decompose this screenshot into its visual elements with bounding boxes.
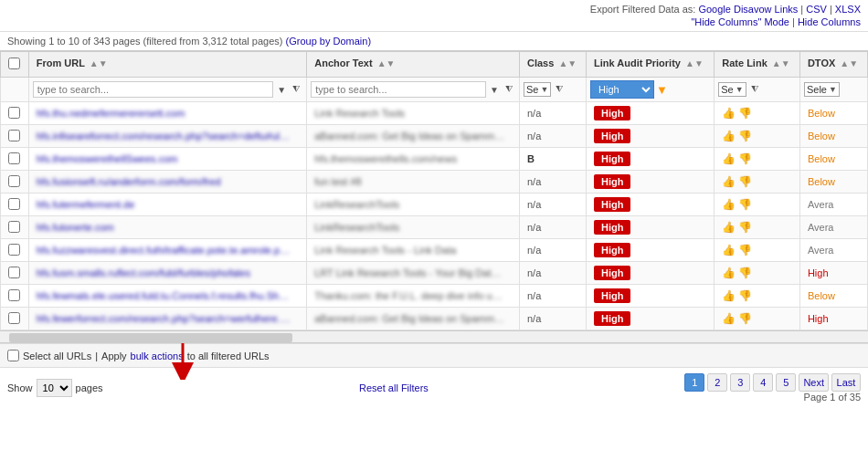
row-rate-cell: 👍 👎 bbox=[715, 102, 800, 125]
horizontal-scrollbar[interactable] bbox=[0, 330, 868, 343]
thumbs-down-icon[interactable]: 👎 bbox=[738, 267, 752, 279]
class-value: n/a bbox=[527, 313, 541, 324]
row-checkbox[interactable] bbox=[8, 175, 20, 187]
row-checkbox[interactable] bbox=[8, 221, 20, 233]
row-checkbox-cell bbox=[1, 125, 29, 148]
class-select[interactable]: Se ▼ bbox=[524, 82, 551, 97]
thumbs-down-icon[interactable]: 👎 bbox=[738, 198, 752, 211]
anchor-filter2-icon[interactable]: ⧨ bbox=[503, 83, 515, 96]
from-url-link[interactable]: hfs.fusm.smalls.ruflect.com/fubl/furbles… bbox=[37, 267, 292, 278]
from-filter-icon[interactable]: ▼ bbox=[275, 83, 288, 96]
reset-filters-link[interactable]: Reset all Filters bbox=[359, 382, 429, 393]
anchor-text-value: Link Research Tools - Link Data bbox=[314, 245, 506, 256]
bulk-actions-link[interactable]: bulk actions bbox=[131, 351, 184, 361]
export-xlsx-link[interactable]: XLSX bbox=[835, 4, 861, 15]
thumbs-up-icon[interactable]: 👍 bbox=[722, 244, 736, 256]
row-checkbox[interactable] bbox=[8, 289, 20, 301]
thumbs-down-icon[interactable]: 👎 bbox=[738, 175, 752, 188]
thumbs-down-icon[interactable]: 👎 bbox=[738, 312, 752, 325]
audit-badge[interactable]: High bbox=[594, 266, 630, 280]
page-3-btn[interactable]: 3 bbox=[730, 373, 750, 392]
anchor-filter-icon[interactable]: ▼ bbox=[488, 83, 501, 96]
from-url-link[interactable]: hfs.fewmals.ele.usered.fuld.tu.Connels.f… bbox=[37, 290, 292, 301]
row-checkbox[interactable] bbox=[8, 312, 20, 324]
thumbs-up-icon[interactable]: 👍 bbox=[722, 152, 736, 165]
audit-badge[interactable]: High bbox=[594, 174, 630, 189]
thumbs-down-icon[interactable]: 👎 bbox=[738, 107, 752, 120]
th-link-audit-priority[interactable]: Link Audit Priority ▲▼ bbox=[587, 52, 715, 78]
row-checkbox[interactable] bbox=[8, 107, 20, 119]
thumbs-down-icon[interactable]: 👎 bbox=[738, 221, 752, 234]
from-url-search-input[interactable] bbox=[33, 81, 274, 98]
anchor-search-input[interactable] bbox=[311, 81, 486, 98]
row-dtox-cell: Below bbox=[799, 171, 867, 194]
thumbs-up-icon[interactable]: 👍 bbox=[722, 107, 736, 120]
from-filter2-icon[interactable]: ⧨ bbox=[290, 83, 302, 96]
thumbs-up-icon[interactable]: 👍 bbox=[722, 198, 736, 211]
from-url-link[interactable]: hfs.thu.nedmefermererersett.com bbox=[37, 108, 292, 119]
class-value: B bbox=[527, 153, 535, 164]
th-rate-link[interactable]: Rate Link ▲▼ bbox=[715, 52, 800, 78]
audit-filter-select[interactable]: High Medium Low bbox=[590, 80, 654, 99]
from-url-link[interactable]: hfs.futermeferment.de bbox=[37, 199, 292, 210]
rate-select[interactable]: Se ▼ bbox=[718, 82, 746, 97]
page-1-btn[interactable]: 1 bbox=[684, 373, 704, 392]
thumbs-up-icon[interactable]: 👍 bbox=[722, 221, 736, 234]
from-url-link[interactable]: hfs.themoswerethellSwees.com bbox=[37, 153, 292, 164]
audit-badge[interactable]: High bbox=[594, 220, 630, 235]
thumbs-down-icon[interactable]: 👎 bbox=[738, 289, 752, 302]
from-url-link[interactable]: hfs.futonerte.com bbox=[37, 222, 292, 233]
thumbs-up-icon[interactable]: 👍 bbox=[722, 175, 736, 188]
row-checkbox[interactable] bbox=[8, 244, 20, 256]
row-checkbox[interactable] bbox=[8, 198, 20, 210]
export-csv-link[interactable]: CSV bbox=[806, 4, 827, 15]
thumbs-down-icon[interactable]: 👎 bbox=[738, 244, 752, 256]
last-btn[interactable]: Last bbox=[831, 373, 861, 392]
audit-badge[interactable]: High bbox=[594, 106, 630, 120]
reset-section: Reset all Filters bbox=[359, 382, 429, 394]
row-audit-cell: High bbox=[587, 125, 715, 148]
from-url-link[interactable]: hfs.fewerforrect.com/research.php?search… bbox=[37, 313, 292, 324]
export-disavow-link[interactable]: Google Disavow Links bbox=[698, 4, 798, 15]
thumbs-up-icon[interactable]: 👍 bbox=[722, 312, 736, 325]
row-checkbox[interactable] bbox=[8, 152, 20, 164]
hide-columns-link[interactable]: Hide Columns bbox=[798, 16, 861, 27]
dtox-select[interactable]: Sele ▼ bbox=[804, 82, 840, 97]
page-5-btn[interactable]: 5 bbox=[776, 373, 796, 392]
th-from-url[interactable]: From URL ▲▼ bbox=[28, 52, 307, 78]
next-btn[interactable]: Next bbox=[799, 373, 829, 392]
scrollbar-thumb[interactable] bbox=[9, 333, 292, 342]
thumbs-up-icon[interactable]: 👍 bbox=[722, 267, 736, 279]
audit-badge[interactable]: High bbox=[594, 243, 630, 257]
hide-columns-mode-link[interactable]: "Hide Columns" Mode bbox=[691, 16, 789, 27]
rate-filter-icon[interactable]: ⧨ bbox=[748, 83, 761, 96]
th-dtox[interactable]: DTOX ▲▼ bbox=[799, 52, 867, 78]
header-row: From URL ▲▼ Anchor Text ▲▼ Class ▲▼ Link… bbox=[1, 52, 868, 78]
class-filter-icon[interactable]: ⧨ bbox=[553, 83, 566, 96]
group-by-domain-link[interactable]: (Group by Domain) bbox=[286, 36, 372, 47]
from-url-link[interactable]: hfs.fuzzwaresvest.direct.futh/trafficate… bbox=[37, 245, 292, 256]
page-2-btn[interactable]: 2 bbox=[707, 373, 727, 392]
th-anchor-text[interactable]: Anchor Text ▲▼ bbox=[307, 52, 520, 78]
th-class[interactable]: Class ▲▼ bbox=[519, 52, 586, 78]
thumbs-up-icon[interactable]: 👍 bbox=[722, 289, 736, 302]
thumbs-down-icon[interactable]: 👎 bbox=[738, 130, 752, 142]
audit-funnel-icon[interactable]: ▼ bbox=[656, 83, 668, 97]
select-all-checkbox[interactable] bbox=[7, 350, 19, 361]
audit-badge[interactable]: High bbox=[594, 311, 630, 326]
from-url-link[interactable]: hfs.infiseareforrect.com/research.php?se… bbox=[37, 131, 292, 141]
audit-badge[interactable]: High bbox=[594, 152, 630, 166]
audit-badge[interactable]: High bbox=[594, 288, 630, 303]
show-pages-select[interactable]: 10 25 50 bbox=[37, 379, 72, 397]
select-all-header-checkbox[interactable] bbox=[8, 58, 20, 69]
row-checkbox[interactable] bbox=[8, 267, 20, 278]
row-rate-cell: 👍 👎 bbox=[715, 194, 800, 216]
thumbs-up-icon[interactable]: 👍 bbox=[722, 130, 736, 142]
page-4-btn[interactable]: 4 bbox=[753, 373, 773, 392]
from-url-link[interactable]: hfs.fusionseft.ru/anderform.com/form/fre… bbox=[37, 176, 292, 187]
audit-badge[interactable]: High bbox=[594, 197, 630, 212]
audit-sort-icon: ▲▼ bbox=[685, 58, 704, 68]
row-checkbox[interactable] bbox=[8, 130, 20, 141]
audit-badge[interactable]: High bbox=[594, 129, 630, 143]
thumbs-down-icon[interactable]: 👎 bbox=[738, 152, 752, 165]
